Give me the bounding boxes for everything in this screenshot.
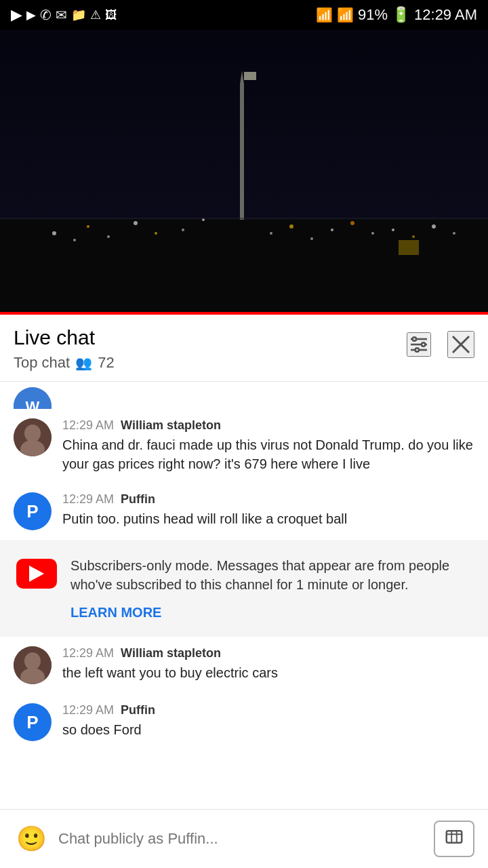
play-icon: ▶: [11, 6, 22, 24]
svg-point-17: [350, 221, 354, 225]
chat-messages-container: W 12:29 AM William stapleton China and d…: [0, 382, 488, 812]
svg-point-3: [73, 239, 76, 241]
top-chat-label: Top chat: [14, 354, 70, 372]
svg-rect-12: [244, 72, 256, 80]
message-2-content: 12:29 AM Puffin Putin too. putins head w…: [62, 492, 474, 528]
subscribers-description: Subscribers-only mode. Messages that app…: [70, 556, 472, 594]
chat-input-field[interactable]: [58, 830, 424, 848]
message-4-content: 12:29 AM Puffin so does Ford: [62, 703, 474, 739]
cityscape-svg: [0, 30, 488, 315]
filter-icon: [408, 334, 430, 355]
svg-point-36: [24, 425, 41, 442]
chat-header-info: Live chat Top chat 👥 72: [14, 326, 115, 381]
message-2-author: Puffin: [121, 492, 155, 507]
svg-rect-23: [399, 240, 419, 255]
message-3-content: 12:29 AM William stapleton the left want…: [62, 646, 474, 682]
svg-point-39: [24, 652, 41, 670]
svg-point-21: [432, 224, 436, 229]
message-1-author: William stapleton: [121, 418, 221, 433]
subscribers-text: Subscribers-only mode. Messages that app…: [70, 556, 472, 620]
svg-point-19: [392, 229, 394, 231]
svg-point-5: [107, 235, 110, 238]
chat-message: 12:29 AM William stapleton China and dr.…: [0, 409, 488, 483]
subscribers-only-banner: Subscribers-only mode. Messages that app…: [0, 540, 488, 637]
learn-more-link[interactable]: LEARN MORE: [70, 605, 161, 620]
system-status: 📶 📶 91% 🔋 12:29 AM: [316, 6, 477, 24]
call-icon: ✆: [40, 7, 52, 23]
message-3-author: William stapleton: [121, 646, 221, 660]
svg-rect-10: [240, 84, 244, 220]
svg-point-20: [412, 235, 415, 238]
svg-point-14: [289, 224, 293, 229]
message-1-content: 12:29 AM William stapleton China and dr.…: [62, 418, 474, 473]
avatar-placeholder: W: [14, 387, 52, 409]
message-3-text: the left want you to buy electric cars: [62, 665, 278, 680]
signal-icon: 📶: [337, 7, 354, 23]
viewers-count: 72: [98, 354, 114, 372]
message-2-time: 12:29 AM: [62, 492, 114, 507]
svg-text:W: W: [26, 398, 40, 409]
avatar-william-2: [14, 646, 52, 684]
svg-rect-41: [447, 831, 462, 843]
svg-rect-1: [0, 220, 488, 315]
notification-icons: ▶ ▶ ✆ ✉ 📁 ⚠ 🖼: [11, 6, 117, 24]
svg-point-30: [415, 348, 419, 351]
chat-message: P 12:29 AM Puffin Putin too. putins head…: [0, 483, 488, 540]
filter-button[interactable]: [407, 332, 431, 357]
avatar-puffin: P: [14, 492, 52, 530]
video-player[interactable]: [0, 30, 488, 315]
send-button[interactable]: [434, 821, 474, 857]
svg-point-2: [52, 231, 56, 235]
message-1-text: China and dr. fauci made up this virus n…: [62, 437, 473, 471]
svg-point-9: [202, 218, 205, 221]
avatar-puffin-2: P: [14, 703, 52, 741]
svg-point-18: [371, 232, 374, 235]
chat-message-partial: W: [0, 382, 488, 409]
svg-point-6: [134, 221, 138, 225]
wifi-icon: 📶: [316, 7, 333, 23]
avatar: W: [14, 387, 52, 409]
chat-input-area: 🙂: [0, 809, 488, 868]
video-background: [0, 30, 488, 315]
battery-percent: 91%: [358, 6, 388, 24]
clock: 12:29 AM: [414, 6, 477, 24]
video-progress-bar[interactable]: [0, 312, 488, 315]
svg-point-8: [182, 229, 184, 231]
emoji-icon: 🙂: [16, 825, 47, 853]
avatar: [14, 418, 52, 456]
avatar-william-2-img: [14, 646, 52, 684]
folder-icon: 📁: [71, 7, 86, 22]
youtube-play-icon: [29, 566, 44, 582]
message-4-time: 12:29 AM: [62, 703, 114, 717]
send-icon: [444, 827, 464, 852]
chat-message: 12:29 AM William stapleton the left want…: [0, 637, 488, 694]
message-4-author: Puffin: [121, 703, 155, 717]
warning-icon: ⚠: [90, 7, 101, 22]
message-3-time: 12:29 AM: [62, 646, 114, 660]
mail-icon: ✉: [56, 7, 67, 23]
battery-icon: 🔋: [392, 6, 410, 24]
avatar-letter-2: P: [26, 712, 38, 733]
svg-point-13: [270, 232, 272, 235]
status-bar: ▶ ▶ ✆ ✉ 📁 ⚠ 🖼 📶 📶 91% 🔋 12:29 AM: [0, 0, 488, 30]
svg-point-7: [155, 232, 157, 235]
svg-point-4: [87, 225, 89, 228]
svg-point-16: [331, 229, 333, 231]
close-chat-button[interactable]: [447, 331, 474, 358]
image-icon: 🖼: [105, 8, 117, 22]
youtube-icon: ▶: [26, 7, 36, 22]
svg-point-15: [310, 237, 313, 240]
message-4-text: so does Ford: [62, 722, 142, 737]
live-chat-title: Live chat: [14, 326, 115, 350]
youtube-logo: [16, 559, 57, 589]
svg-point-29: [422, 342, 425, 346]
chat-message: P 12:29 AM Puffin so does Ford: [0, 694, 488, 751]
message-2-text: Putin too. putins head will roll like a …: [62, 511, 347, 526]
bottom-padding: [0, 751, 488, 812]
svg-point-28: [413, 337, 416, 340]
avatar-william: [14, 418, 52, 456]
chat-header: Live chat Top chat 👥 72: [0, 315, 488, 382]
viewers-icon: 👥: [75, 355, 92, 371]
chat-header-actions: [407, 326, 474, 358]
emoji-button[interactable]: 🙂: [14, 821, 49, 856]
